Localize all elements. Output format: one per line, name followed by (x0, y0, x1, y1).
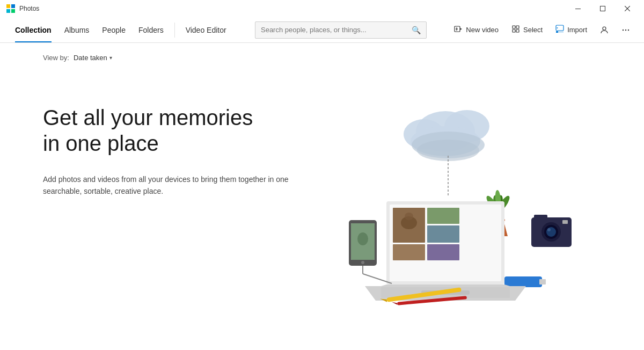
import-icon (555, 25, 564, 35)
titlebar-controls (566, 0, 640, 17)
svg-rect-53 (427, 244, 459, 260)
svg-rect-52 (393, 244, 425, 260)
close-button[interactable] (615, 0, 640, 17)
toolbar-actions: New video Select (449, 21, 635, 38)
new-video-button[interactable]: New video (449, 21, 504, 38)
import-label: Import (567, 26, 587, 34)
nav-albums[interactable]: Albums (58, 17, 96, 42)
hero-content: Get all your memories in one place Add p… (43, 94, 601, 319)
more-options-button[interactable] (616, 23, 635, 38)
nav-divider (174, 23, 175, 38)
svg-rect-1 (11, 4, 15, 8)
view-by-label: View by: (43, 54, 69, 62)
svg-rect-39 (534, 215, 547, 221)
svg-rect-44 (562, 220, 568, 224)
nav-links: Collection Albums People Folders Video E… (9, 17, 233, 42)
more-options-icon (621, 26, 630, 34)
photos-app-icon (6, 4, 15, 13)
laptop-group (365, 201, 526, 301)
phone-group (349, 220, 392, 283)
view-by-row: View by: Date taken ▾ (43, 54, 601, 62)
hero-text: Get all your memories in one place Add p… (43, 94, 290, 198)
svg-point-21 (623, 29, 624, 30)
svg-rect-50 (427, 208, 459, 224)
usb-group (504, 276, 546, 287)
titlebar: Photos (0, 0, 644, 17)
select-icon (511, 25, 520, 35)
svg-point-42 (546, 227, 556, 237)
titlebar-left: Photos (6, 4, 39, 13)
svg-point-55 (405, 213, 413, 220)
svg-rect-13 (516, 26, 519, 28)
nav-people[interactable]: People (96, 17, 132, 42)
svg-rect-3 (11, 9, 15, 13)
user-button[interactable] (595, 23, 614, 38)
select-label: Select (523, 26, 543, 34)
minimize-button[interactable] (566, 0, 590, 17)
cloud-group (404, 110, 489, 196)
svg-point-23 (628, 29, 629, 30)
illustration-svg (322, 94, 601, 319)
svg-rect-5 (601, 6, 605, 11)
view-by-value: Date taken (74, 54, 107, 62)
svg-point-20 (603, 27, 606, 30)
nav-folders[interactable]: Folders (132, 17, 170, 42)
search-input[interactable] (261, 26, 407, 34)
svg-marker-9 (460, 28, 462, 30)
svg-marker-68 (392, 302, 397, 305)
svg-rect-2 (6, 9, 10, 13)
svg-point-43 (547, 228, 551, 231)
svg-rect-12 (513, 26, 515, 28)
hero-title: Get all your memories in one place (43, 105, 290, 156)
new-video-icon (454, 25, 463, 35)
maximize-button[interactable] (590, 0, 615, 17)
svg-point-62 (361, 261, 364, 264)
nav-collection[interactable]: Collection (9, 17, 58, 42)
svg-rect-4 (575, 9, 581, 9)
view-by-dropdown[interactable]: Date taken ▾ (74, 54, 112, 62)
import-button[interactable]: Import (550, 21, 592, 38)
navbar: Collection Albums People Folders Video E… (0, 17, 644, 43)
svg-point-22 (625, 29, 626, 30)
svg-rect-46 (539, 279, 546, 285)
new-video-label: New video (466, 26, 499, 34)
svg-rect-0 (6, 4, 10, 8)
select-button[interactable]: Select (506, 21, 548, 38)
svg-rect-45 (504, 276, 542, 287)
hero-subtitle: Add photos and videos from all your devi… (43, 173, 290, 198)
nav-video-editor[interactable]: Video Editor (179, 17, 233, 42)
svg-rect-51 (427, 225, 459, 243)
svg-point-17 (557, 27, 558, 28)
search-bar[interactable]: 🔍 (255, 21, 427, 39)
svg-point-61 (357, 232, 368, 245)
content-area: View by: Date taken ▾ Get all your memor… (0, 43, 644, 350)
user-icon (600, 26, 609, 34)
svg-rect-15 (516, 30, 519, 32)
search-icon: 🔍 (412, 26, 421, 34)
app-title: Photos (19, 5, 39, 12)
hero-illustration (322, 94, 601, 319)
svg-rect-14 (513, 30, 515, 32)
chevron-down-icon: ▾ (109, 55, 112, 61)
svg-rect-19 (556, 31, 558, 33)
search-container: 🔍 (233, 21, 449, 39)
camera-group (531, 215, 572, 247)
svg-point-29 (412, 132, 485, 158)
